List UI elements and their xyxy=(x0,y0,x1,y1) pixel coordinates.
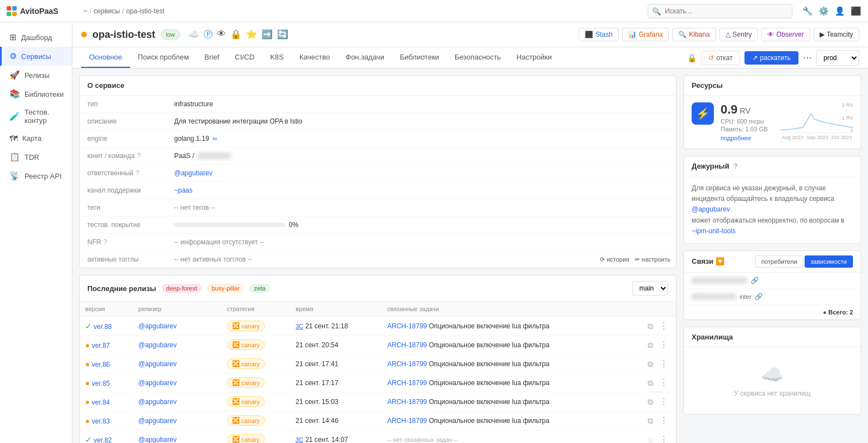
copy-icon[interactable]: ⧉ xyxy=(645,339,655,351)
sidebar-item-tdr[interactable]: 📋 TDR xyxy=(0,147,72,166)
task-link[interactable]: ARCH-18799 xyxy=(387,322,427,330)
unit-help-icon[interactable]: ? xyxy=(137,152,141,160)
task-link[interactable]: ARCH-18799 xyxy=(387,360,427,368)
svyazi-tab-dependencies[interactable]: зависимости xyxy=(805,255,853,268)
star-icon[interactable]: ⭐ xyxy=(246,29,257,41)
ver-link[interactable]: ver.88 xyxy=(93,323,112,331)
grafana-button[interactable]: 📊 Grafana xyxy=(622,28,669,41)
task-link[interactable]: ARCH-18799 xyxy=(387,341,427,349)
ver-link[interactable]: ver.84 xyxy=(92,398,110,406)
cell-actions: ⧉ ⋮ xyxy=(625,392,676,411)
breadcrumb-services[interactable]: сервисы xyxy=(93,7,120,15)
responsible-link[interactable]: @apgubarev xyxy=(174,169,213,177)
tab-issues[interactable]: Поиск проблем xyxy=(130,47,197,68)
dejurny-owner-link[interactable]: @apgubarev xyxy=(692,205,730,213)
arrow-icon[interactable]: ➡️ xyxy=(262,29,273,41)
tab-security[interactable]: Безопасность xyxy=(447,47,509,68)
rollback-button[interactable]: ↺ откат xyxy=(701,51,739,65)
cloud-icon[interactable]: ☁️ xyxy=(188,29,199,41)
ver-link[interactable]: ver.86 xyxy=(92,361,110,368)
user-icon[interactable]: 👤 xyxy=(835,6,845,16)
copy-icon[interactable]: ⧉ xyxy=(645,358,655,370)
copy-icon[interactable]: ⧉ xyxy=(645,415,655,426)
sidebar-item-libraries[interactable]: 📚 Библиотеки xyxy=(0,85,72,104)
ver-link[interactable]: ver.85 xyxy=(92,380,110,387)
history-link[interactable]: ⟳ история xyxy=(600,256,629,263)
tab-background[interactable]: Фон.задачи xyxy=(338,47,392,68)
chart-y-max: 2 RV xyxy=(842,102,853,108)
logout-icon[interactable]: ⬛ xyxy=(851,6,861,16)
sentry-button[interactable]: △ Sentry xyxy=(719,28,758,41)
copy-icon[interactable]: ⧉ xyxy=(645,396,655,407)
sidebar-item-dashboard[interactable]: ⊞ Дашборд xyxy=(0,28,72,47)
tab-k8s[interactable]: K8S xyxy=(262,47,292,68)
ver-link[interactable]: ver.87 xyxy=(92,342,110,350)
copy-icon[interactable]: ⧉ xyxy=(645,377,655,388)
branch-select[interactable]: main dev xyxy=(632,281,668,296)
copy-icon[interactable]: ⧉ xyxy=(645,321,655,332)
observer-button[interactable]: 👁 Observer xyxy=(761,28,810,41)
svyazi-filter-icon[interactable]: 🔽 xyxy=(716,257,724,265)
tab-cicd[interactable]: CI/CD xyxy=(227,47,262,68)
tab-main[interactable]: Основное xyxy=(81,47,130,68)
more-icon[interactable]: ⋮ xyxy=(657,415,670,426)
nav-lock-icon[interactable]: 🔒 xyxy=(687,53,697,62)
task-link[interactable]: ARCH-18799 xyxy=(387,417,427,425)
env-select[interactable]: prod staging xyxy=(816,50,859,66)
lock-icon[interactable]: 🔒 xyxy=(230,29,241,41)
relizer-link[interactable]: @apgubarev xyxy=(139,341,177,349)
relizer-link[interactable]: @apgubarev xyxy=(139,436,177,444)
sidebar-item-apireg[interactable]: 📡 Реестр API xyxy=(0,166,72,185)
sidebar-item-services[interactable]: ⚙ Сервисы xyxy=(0,47,72,66)
tab-settings[interactable]: Настройки xyxy=(509,47,560,68)
task-link[interactable]: ARCH-18799 xyxy=(387,379,427,387)
channel-link[interactable]: ~paas xyxy=(174,186,193,194)
sidebar-item-map[interactable]: 🗺 Карта xyxy=(0,129,72,147)
more-icon[interactable]: ⋮ xyxy=(657,320,670,332)
engine-link-icon[interactable]: ∞ xyxy=(213,135,218,142)
ver-link[interactable]: ver.83 xyxy=(92,417,110,425)
dejurny-help-icon[interactable]: ? xyxy=(733,163,737,170)
svyazi-link-icon-1[interactable]: 🔗 xyxy=(751,277,759,284)
search-input[interactable] xyxy=(648,4,792,18)
svyazi-tab-consumers[interactable]: потребители xyxy=(755,255,803,268)
relizer-link[interactable]: @apgubarev xyxy=(139,398,177,406)
teamcity-button[interactable]: ▶ Teamcity xyxy=(813,28,859,41)
task-link[interactable]: ARCH-18799 xyxy=(387,398,427,406)
breadcrumb-home[interactable]: ~ xyxy=(83,7,87,15)
more-icon[interactable]: ⋮ xyxy=(657,358,670,370)
configure-link[interactable]: ✏ настроить xyxy=(635,256,670,263)
p-icon[interactable]: Ⓟ xyxy=(204,29,213,41)
relizer-link[interactable]: @apgubarev xyxy=(139,379,177,387)
stash-button[interactable]: ⬛ Stash xyxy=(579,28,619,41)
relizer-link[interactable]: @apgubarev xyxy=(139,360,177,368)
cell-version: ● ver.86 xyxy=(80,355,133,373)
kibana-button[interactable]: 🔍 Kibana xyxy=(672,28,716,41)
refresh-icon[interactable]: 🔄 xyxy=(277,29,288,41)
libraries-icon: 📚 xyxy=(9,89,20,99)
deploy-button[interactable]: ↗ раскатить xyxy=(744,51,798,65)
ver-link[interactable]: ver.82 xyxy=(93,436,112,444)
tab-brief[interactable]: Brief xyxy=(196,47,227,68)
dejurny-tools-link[interactable]: ~ipm-unit-tools xyxy=(692,227,736,235)
sidebar-item-releases[interactable]: 🚀 Релизы xyxy=(0,66,72,85)
nfr-help-icon[interactable]: ? xyxy=(103,238,107,246)
relizer-link[interactable]: @apgubarev xyxy=(139,322,177,330)
resp-help-icon[interactable]: ? xyxy=(136,169,140,177)
deploy-step[interactable]: 3С xyxy=(295,436,303,443)
svyazi-link-icon-2[interactable]: 🔗 xyxy=(754,293,763,301)
tab-libraries[interactable]: Библиотеки xyxy=(392,47,447,68)
more-icon[interactable]: ⋮ xyxy=(657,339,670,351)
sidebar-item-testenv[interactable]: 🧪 Тестов. контур xyxy=(0,104,72,129)
settings-icon[interactable]: ⚙️ xyxy=(818,6,829,16)
deploy-dots[interactable]: ⋯ xyxy=(803,52,812,63)
tab-quality[interactable]: Качество xyxy=(292,47,338,68)
tools-icon[interactable]: 🔧 xyxy=(802,6,813,16)
eye-icon[interactable]: 👁 xyxy=(217,29,226,41)
deploy-step[interactable]: 3С xyxy=(295,323,303,329)
relizer-link[interactable]: @apgubarev xyxy=(139,417,177,425)
resources-details-link[interactable]: подробнее xyxy=(721,135,751,141)
more-icon[interactable]: ⋮ xyxy=(657,434,670,443)
more-icon[interactable]: ⋮ xyxy=(657,396,670,407)
more-icon[interactable]: ⋮ xyxy=(657,377,670,388)
